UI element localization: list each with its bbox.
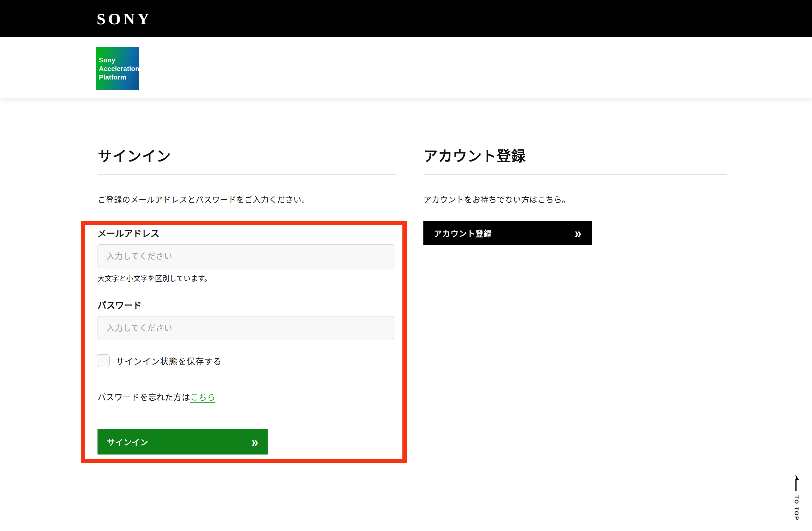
signin-divider <box>98 174 396 175</box>
signin-page: SONY Sony Acceleration Platform サインイン ご登… <box>0 0 812 531</box>
logo-line-1: Sony <box>99 56 139 64</box>
sony-acceleration-platform-logo[interactable]: Sony Acceleration Platform <box>96 47 139 90</box>
to-top-control[interactable]: TO TOP <box>791 474 803 523</box>
signin-form-highlight-box: メールアドレス 大文字と小文字を区別しています。 パスワード サインイン状態を保… <box>81 221 407 463</box>
forgot-password-text: パスワードを忘れた方は <box>98 393 190 402</box>
register-button-label: アカウント登録 <box>434 227 492 239</box>
register-title: アカウント登録 <box>423 145 526 165</box>
logo-line-2: Acceleration <box>99 64 139 73</box>
register-divider <box>423 174 727 175</box>
password-field[interactable] <box>98 316 394 340</box>
remember-me-label: サインイン状態を保存する <box>116 355 222 367</box>
site-header: Sony Acceleration Platform <box>0 37 812 98</box>
top-bar: SONY <box>0 0 812 37</box>
signin-title: サインイン <box>98 145 171 165</box>
remember-me-row: サインイン状態を保存する <box>97 354 222 367</box>
remember-me-checkbox[interactable] <box>97 354 110 367</box>
signin-button-label: サインイン <box>107 436 148 447</box>
logo-line-3: Platform <box>99 73 139 82</box>
register-button[interactable]: アカウント登録 » <box>423 221 592 245</box>
register-intro: アカウントをお持ちでない方はこちら。 <box>423 193 570 205</box>
up-arrow-icon <box>793 474 801 492</box>
email-label: メールアドレス <box>98 226 159 239</box>
double-chevron-right-icon: » <box>575 226 581 240</box>
sony-logo[interactable]: SONY <box>97 10 151 28</box>
forgot-password-link[interactable]: こちら <box>190 393 216 402</box>
double-chevron-right-icon: » <box>251 435 258 449</box>
forgot-password-row: パスワードを忘れた方はこちら <box>98 390 215 403</box>
signin-intro: ご登録のメールアドレスとパスワードをご入力ください。 <box>98 193 309 205</box>
password-label: パスワード <box>98 298 142 311</box>
email-field[interactable] <box>98 244 394 268</box>
signin-button[interactable]: サインイン » <box>98 429 267 455</box>
to-top-label: TO TOP <box>793 496 800 521</box>
email-case-note: 大文字と小文字を区別しています。 <box>98 273 212 283</box>
